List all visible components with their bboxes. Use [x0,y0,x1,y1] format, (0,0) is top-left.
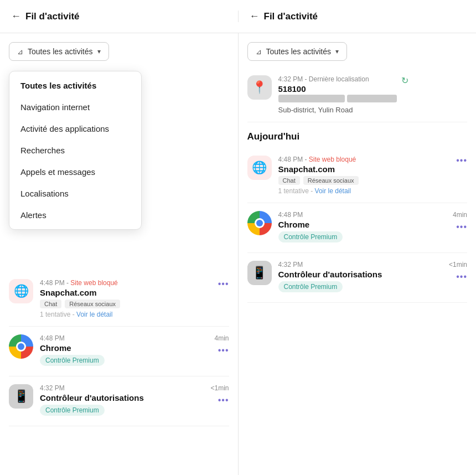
detail-link[interactable]: Voir le détail [76,311,112,318]
left-activity-list: 🌐 4:48 PM - Site web bloqué Snapchat.com… [9,271,229,426]
filter-icon-left: ⊿ [17,48,23,56]
activity-meta: ••• [218,279,229,289]
activity-time: 4:48 PM [278,211,448,219]
location-time: 4:32 PM - Dernière localisation [278,75,397,83]
header-title-left: Fil d'activité [25,11,80,22]
tag-chat: Chat [278,176,300,185]
location-meta: ↻ [401,75,408,86]
activity-content: 4:32 PM Contrôleur d'autorisations Contr… [40,384,206,418]
chrome-icon [9,334,33,359]
activity-meta: <1min ••• [210,384,229,405]
activity-name: Chrome [40,343,210,353]
location-address: 518100 [278,84,397,94]
activity-tags: Contrôle Premium [40,355,210,366]
filter-button-left[interactable]: ⊿ Toutes les activités ▾ [9,42,109,61]
header: ← Fil d'activité ← Fil d'activité [0,0,476,33]
activity-duration: <1min [210,384,229,392]
filter-button-right[interactable]: ⊿ Toutes les activités ▾ [247,42,348,61]
refresh-icon[interactable]: ↻ [401,75,408,86]
blocked-label: Site web bloqué [309,156,356,163]
panel-left: ⊿ Toutes les activités ▾ Toutes les acti… [0,33,239,475]
activity-duration: 4min [214,334,229,342]
activity-name: Contrôleur d'autorisations [278,270,444,279]
more-button[interactable]: ••• [218,279,229,289]
activity-content: 4:48 PM - Site web bloqué Snapchat.com C… [278,156,452,195]
activity-tags: Chat Réseaux sociaux [40,300,214,308]
activity-name: Snapchat.com [40,288,214,297]
dropdown-item-alerts[interactable]: Alertes [9,204,141,226]
more-button[interactable]: ••• [456,272,467,282]
dropdown-menu: Toutes les activités Navigation internet… [9,71,142,230]
list-item: 🌐 4:48 PM - Site web bloqué Snapchat.com… [247,148,468,203]
back-arrow-left[interactable]: ← [11,11,21,22]
activity-tags: Contrôle Premium [278,281,444,292]
activity-duration: 4min [453,211,467,219]
globe-icon: 🌐 [247,156,272,180]
chevron-down-icon-right: ▾ [335,48,339,55]
blocked-label: Site web bloqué [70,279,117,287]
activity-meta: <1min ••• [449,261,467,282]
activity-name: Chrome [278,220,448,229]
activity-content: 4:48 PM - Site web bloqué Snapchat.com C… [40,279,214,318]
location-blurred-1 [278,95,345,102]
list-item: 🌐 4:48 PM - Site web bloqué Snapchat.com… [9,271,229,327]
detail-link[interactable]: Voir le détail [315,187,351,195]
activity-time: 4:48 PM - Site web bloqué [278,156,452,163]
activity-detail: 1 tentative - Voir le détail [278,187,452,195]
activity-detail: 1 tentative - Voir le détail [40,311,214,318]
location-info: 4:32 PM - Dernière localisation 518100 S… [278,75,397,114]
premium-tag: Contrôle Premium [278,281,343,292]
more-button[interactable]: ••• [218,345,229,355]
more-button[interactable]: ••• [456,222,467,232]
list-item: 4:48 PM Chrome Contrôle Premium 4min ••• [247,203,468,253]
tag-social: Réseaux sociaux [303,176,359,185]
activity-time: 4:48 PM - Site web bloqué [40,279,214,287]
back-arrow-right[interactable]: ← [250,11,260,22]
dropdown-item-apps[interactable]: Activité des applications [9,118,141,140]
list-item: 📱 4:32 PM Contrôleur d'autorisations Con… [9,376,229,426]
section-today: Aujourd'hui [247,131,468,142]
activity-meta: 4min ••• [214,334,229,355]
chevron-down-icon-left: ▾ [97,48,101,55]
more-button[interactable]: ••• [456,156,467,166]
more-button[interactable]: ••• [218,395,229,405]
location-sub: Sub-district, Yulin Road [278,106,397,114]
dropdown-item-navigation[interactable]: Navigation internet [9,96,141,118]
premium-tag: Contrôle Premium [40,405,105,416]
dropdown-item-all[interactable]: Toutes les activités [9,75,141,96]
activity-time: 4:32 PM [278,261,444,269]
activity-content: 4:32 PM Contrôleur d'autorisations Contr… [278,261,444,295]
activity-tags: Chat Réseaux sociaux [278,176,452,185]
dropdown-item-locations[interactable]: Localisations [9,183,141,204]
premium-tag: Contrôle Premium [40,355,105,366]
activity-meta: 4min ••• [453,211,467,232]
panel-right: ⊿ Toutes les activités ▾ 📍 4:32 PM - Der… [239,33,477,475]
location-card: 📍 4:32 PM - Dernière localisation 518100… [247,68,468,122]
location-blurred-2 [347,95,397,102]
header-left: ← Fil d'activité [0,11,238,22]
controller-icon: 📱 [9,384,33,409]
chrome-icon [247,211,272,235]
activity-tags: Contrôle Premium [40,405,206,416]
panels: ⊿ Toutes les activités ▾ Toutes les acti… [0,33,476,475]
activity-time: 4:32 PM [40,384,206,392]
activity-duration: <1min [449,261,467,269]
tag-social: Réseaux sociaux [65,300,120,308]
activity-time: 4:48 PM [40,334,210,342]
dropdown-item-search[interactable]: Recherches [9,140,141,161]
filter-label-left: Toutes les activités [28,47,93,56]
header-title-right: Fil d'activité [264,11,318,22]
filter-icon-right: ⊿ [256,48,262,56]
list-item: 4:48 PM Chrome Contrôle Premium 4min ••• [9,327,229,376]
activity-name: Contrôleur d'autorisations [40,393,206,402]
list-item: 📱 4:32 PM Contrôleur d'autorisations Con… [247,253,468,303]
tag-chat: Chat [40,300,61,308]
activity-content: 4:48 PM Chrome Contrôle Premium [278,211,448,245]
controller-icon: 📱 [247,261,272,285]
activity-tags: Contrôle Premium [278,231,448,242]
globe-icon: 🌐 [9,279,33,303]
activity-meta: ••• [456,156,467,166]
location-icon: 📍 [247,75,272,100]
activity-content: 4:48 PM Chrome Contrôle Premium [40,334,210,368]
dropdown-item-calls[interactable]: Appels et messages [9,161,141,183]
